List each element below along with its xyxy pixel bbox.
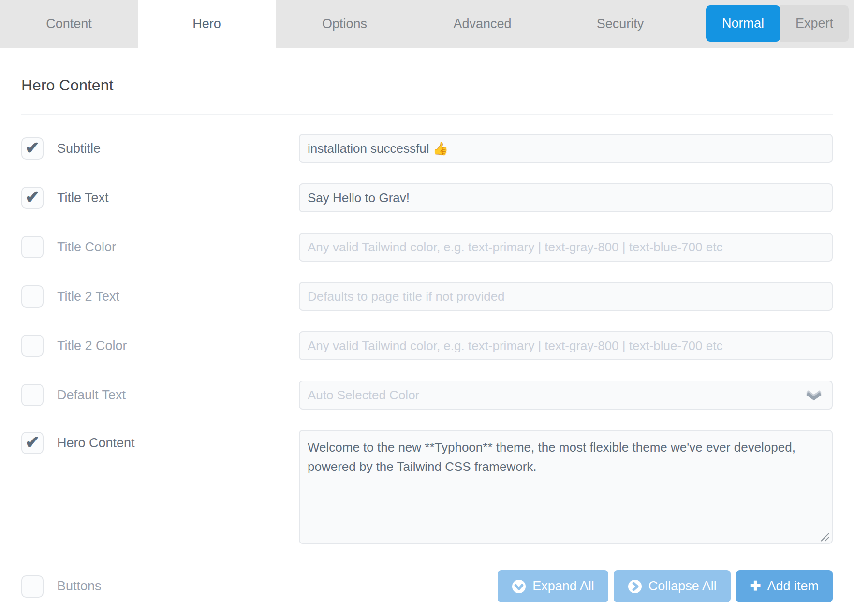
collection-button-group: Expand All Collapse All ✚ Add item bbox=[299, 570, 833, 602]
expert-mode-button[interactable]: Expert bbox=[780, 5, 849, 42]
field-row-title2-text: Title 2 Text bbox=[21, 282, 833, 311]
mode-toggle: Normal Expert bbox=[706, 5, 849, 42]
buttons-toggle-checkbox[interactable] bbox=[21, 575, 44, 598]
select-placeholder: Auto Selected Color bbox=[308, 388, 419, 403]
title-color-label: Title Color bbox=[44, 240, 299, 255]
expand-all-button[interactable]: Expand All bbox=[498, 570, 608, 602]
title-text-input[interactable] bbox=[299, 183, 833, 212]
hero-content-textarea[interactable]: Welcome to the new **Typhoon** theme, th… bbox=[299, 430, 833, 544]
default-text-select[interactable]: Auto Selected Color bbox=[299, 381, 833, 410]
form-panel: Hero Content ✔ Subtitle ✔ Title Text bbox=[0, 76, 854, 602]
collapse-all-button[interactable]: Collapse All bbox=[614, 570, 731, 602]
field-row-buttons: Buttons Expand All bbox=[21, 570, 833, 602]
tab-security[interactable]: Security bbox=[551, 0, 689, 48]
textarea-resize-handle[interactable] bbox=[820, 532, 830, 542]
field-row-subtitle: ✔ Subtitle bbox=[21, 134, 833, 163]
hero-form: ✔ Subtitle ✔ Title Text Title Color bbox=[21, 115, 833, 602]
title-text-toggle-checkbox[interactable]: ✔ bbox=[21, 187, 44, 209]
field-row-title-color: Title Color bbox=[21, 233, 833, 262]
title2-text-toggle-checkbox[interactable] bbox=[21, 285, 44, 308]
tab-advanced[interactable]: Advanced bbox=[413, 0, 551, 48]
field-row-title-text: ✔ Title Text bbox=[21, 183, 833, 212]
title-color-toggle-checkbox[interactable] bbox=[21, 236, 44, 258]
add-item-button[interactable]: ✚ Add item bbox=[736, 570, 833, 602]
default-text-toggle-checkbox[interactable] bbox=[21, 384, 44, 406]
title2-text-input[interactable] bbox=[299, 282, 833, 311]
tab-content[interactable]: Content bbox=[0, 0, 138, 48]
plus-icon: ✚ bbox=[750, 580, 761, 593]
tab-hero[interactable]: Hero bbox=[138, 0, 276, 48]
title2-text-label: Title 2 Text bbox=[44, 289, 299, 304]
title2-color-label: Title 2 Color bbox=[44, 338, 299, 353]
hero-content-toggle-checkbox[interactable]: ✔ bbox=[21, 432, 44, 454]
hero-content-label: Hero Content bbox=[44, 436, 299, 451]
checkmark-icon: ✔ bbox=[25, 139, 40, 157]
normal-mode-button[interactable]: Normal bbox=[706, 5, 780, 42]
title2-color-toggle-checkbox[interactable] bbox=[21, 335, 44, 357]
buttons-label: Buttons bbox=[44, 579, 299, 594]
subtitle-label: Subtitle bbox=[44, 141, 299, 156]
section-title: Hero Content bbox=[21, 76, 833, 94]
chevron-circle-right-icon bbox=[628, 579, 642, 594]
default-text-label: Default Text bbox=[44, 388, 299, 403]
field-row-title2-color: Title 2 Color bbox=[21, 331, 833, 360]
title-color-input[interactable] bbox=[299, 233, 833, 262]
subtitle-input[interactable] bbox=[299, 134, 833, 163]
checkmark-icon: ✔ bbox=[25, 189, 40, 206]
tab-options[interactable]: Options bbox=[276, 0, 413, 48]
checkmark-icon: ✔ bbox=[25, 434, 40, 451]
subtitle-toggle-checkbox[interactable]: ✔ bbox=[21, 137, 44, 160]
title-text-label: Title Text bbox=[44, 191, 299, 205]
field-row-hero-content: ✔ Hero Content Welcome to the new **Typh… bbox=[21, 430, 833, 546]
title2-color-input[interactable] bbox=[299, 331, 833, 360]
double-chevron-down-icon bbox=[806, 389, 822, 401]
chevron-circle-down-icon bbox=[512, 579, 526, 594]
field-row-default-text: Default Text Auto Selected Color bbox=[21, 381, 833, 410]
tab-bar: Content Hero Options Advanced Security N… bbox=[0, 0, 854, 48]
